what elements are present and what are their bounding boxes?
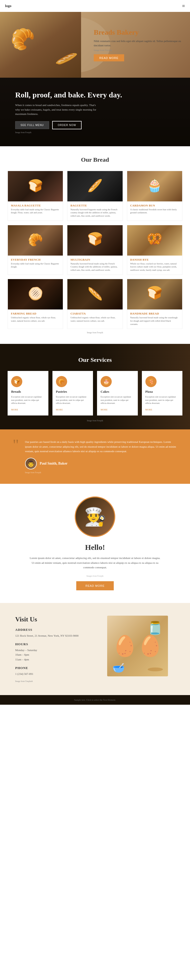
hello-section: 👨‍🍳 Hello! Lorem ipsum dolor sit amet, c… [0,484,190,603]
fullwidth-image-credit: Image from Freepik [15,131,175,134]
quote-icon: " [13,437,19,452]
bread-image-multigrain [67,225,122,256]
bread-image-french [8,225,63,256]
bread-name-farming: Farming Bread [11,312,60,315]
services-title: Our Services [8,356,182,363]
hero-content: Breads Bakery Nibh venenatis cras sed fe… [94,28,185,62]
visit-hours-group: HOURS Monday – Saturday 10am – 6pm 11am … [15,642,90,662]
service-card-breads: 🍞 Breads Exception sint occaecat cupidat… [8,371,48,415]
bread-card-body-multigrain: Multigrain Naturally leavened bread made… [67,256,122,275]
bread-image-ciabatta [67,279,122,309]
services-grid: 🍞 Breads Exception sint occaecat cupidat… [8,371,182,415]
menu-icon[interactable]: ≡ [182,3,185,9]
bread-card-body-baguette: Baguette Naturally leavened baguette mad… [67,201,122,221]
footer: Sample text. Click to select the Text El… [0,695,190,705]
service-desc-pizza: Exception sint occaecat cupidatat non pr… [145,395,179,405]
bread-card-body-cardamon: Cardamon Bun A classic traditional Swedi… [127,201,182,217]
hours-days: Monday – Saturday [15,648,90,652]
bread-desc-ciabatta: Unbleached organic wheat flour, whole ry… [70,316,119,322]
visit-image-credit: Image from Unsplash [15,680,90,682]
navigation: logo ≡ [0,0,190,12]
bread-card-body-danish: Danish Rye Whole rye flour, cracked rye … [127,256,182,275]
our-bread-title: Our Bread [8,156,182,163]
service-name-pastries: Pastries [56,390,90,394]
bread-card-multigrain: Multigrain Naturally leavened bread made… [67,225,123,275]
service-card-pastries: 🥐 Pastries Exception sint occaecat cupid… [53,371,93,415]
service-more-pastries[interactable]: MORE [56,408,63,411]
testimonial-section: " Our pastries are based fresh on a dail… [0,430,190,484]
testimonial-content: Our pastries are based fresh on a daily … [25,439,177,474]
bread-card-french: Everyday French Everyday table loaf made… [8,225,63,275]
phone-title: PHONE [15,666,90,670]
address-title: ADDRESS [15,628,90,632]
bread-desc-danish: Whole rye flour, cracked rye berries, wa… [130,262,179,272]
logo: logo [5,4,11,8]
service-name-pizza: Pizza [145,390,179,394]
visit-content: Visit Us ADDRESS 121 Rock Street, 21 Ave… [15,616,90,682]
bread-desc-baguette: Naturally leavened baguette made using t… [70,208,119,218]
bread-card-masala: Masala Baguette Everyday table loaf made… [8,171,63,221]
hero-description: Nibh venenatis cras sed felis eget elit … [94,39,185,47]
hero-title: Breads Bakery [94,28,185,37]
phone-number: 1 (234) 567-891 [15,671,90,676]
bread-card-danish: Danish Rye Whole rye flour, cracked rye … [127,225,182,275]
bread-desc-french: Everyday table loaf made using the Class… [11,262,60,269]
pizza-icon: 🍕 [145,376,156,387]
service-more-cakes[interactable]: MORE [101,408,108,411]
testimonial-credit: Image from Freepik [25,471,177,474]
hours-title: HOURS [15,642,90,646]
hours-time: 10am – 6pm [15,652,90,657]
fullwidth-section: Roll, proof, and bake. Every day. When i… [0,78,190,146]
hello-title: Hello! [15,543,175,552]
hello-text: Lorem ipsum dolor sit amet, consectetur … [29,556,161,570]
address-text: 121 Rock Street, 21 Avenue, New York, NY… [15,633,90,638]
bread-grid: Masala Baguette Everyday table loaf made… [8,171,182,329]
see-full-menu-button[interactable]: SEE FULL MENU [15,121,49,129]
bread-card-baguette: Baguette Naturally leavened baguette mad… [67,171,123,221]
bread-name-masala: Masala Baguette [11,204,60,207]
testimonial-author: 👨 Paul Smith, Baker [25,458,177,469]
fullwidth-buttons: SEE FULL MENU ORDER NOW [15,121,175,129]
author-info: Paul Smith, Baker [40,461,68,466]
pastries-icon: 🥐 [56,376,67,387]
bread-name-cardamon: Cardamon Bun [130,204,179,207]
cakes-icon: 🎂 [101,376,112,387]
hero-cta-button[interactable]: READ MORE [94,54,124,62]
hero-section: Breads Bakery Nibh venenatis cras sed fe… [0,12,190,78]
bread-name-danish: Danish Rye [130,258,179,261]
order-now-button[interactable]: ORDER NOW [52,121,81,129]
bread-name-handmade: Handmade Bread [130,312,179,315]
bread-image-cardamon [127,171,182,201]
bread-desc-cardamon: A classic traditional Swedish sweet bun … [130,208,179,214]
bread-image-danish [127,225,182,256]
bread-desc-farming: Unbleached organic wheat flour, whole ry… [11,316,60,322]
visit-address-group: ADDRESS 121 Rock Street, 21 Avenue, New … [15,628,90,638]
testimonial-text: Our pastries are based fresh on a daily … [25,439,177,454]
bread-card-cardamon: Cardamon Bun A classic traditional Swedi… [127,171,182,221]
service-desc-breads: Exception sint occaecat cupidatat non pr… [11,395,45,405]
service-more-breads[interactable]: MORE [11,408,18,411]
bread-desc-masala: Everyday table loaf made using the Class… [11,208,60,214]
service-name-breads: Breads [11,390,45,394]
bread-card-body-masala: Masala Baguette Everyday table loaf made… [8,201,63,217]
visit-bread-visual: 🥚🥚 🫙 🥣 [107,616,168,676]
visit-title: Visit Us [15,616,90,623]
hours-time2: 11am – 4pm [15,657,90,662]
bread-card-body-farming: Farming Bread Unbleached organic wheat f… [8,309,63,325]
service-card-cakes: 🎂 Cakes Exception sint occaecat cupidata… [97,371,138,415]
bread-image-baguette [67,171,122,201]
author-avatar: 👨 [25,458,37,469]
hello-baker-image: 👨‍🍳 [75,496,115,537]
fullwidth-description: When it comes to bread and sandwiches, f… [15,103,96,116]
bread-name-ciabatta: Ciabatta [70,312,119,315]
bread-name-baguette: Baguette [70,204,119,207]
hello-cta-button[interactable]: READ MORE [76,581,114,590]
hero-image-credit: Image from Freepik [94,49,185,51]
service-name-cakes: Cakes [101,390,134,394]
service-more-pizza[interactable]: MORE [145,408,153,411]
fullwidth-tagline: Roll, proof, and bake. Every day. [15,90,175,99]
bread-card-farming: Farming Bread Unbleached organic wheat f… [8,279,63,329]
bread-card-body-ciabatta: Ciabatta Unbleached organic wheat flour,… [67,309,122,325]
fullwidth-content: Roll, proof, and bake. Every day. When i… [15,90,175,134]
visit-phone-group: PHONE 1 (234) 567-891 [15,666,90,676]
